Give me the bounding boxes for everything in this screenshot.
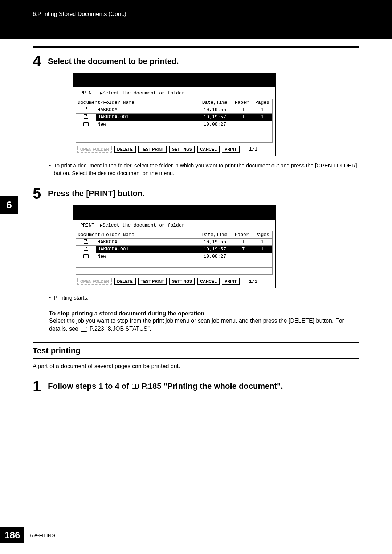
row-date: 10,08:27 xyxy=(198,253,232,260)
print-button[interactable]: PRINT xyxy=(222,146,240,153)
folder-icon xyxy=(76,253,96,260)
row-paper: LT xyxy=(232,106,252,114)
row-name: New xyxy=(96,253,198,260)
book-icon xyxy=(132,384,139,389)
row-date: 10,19:55 xyxy=(198,106,232,114)
row-pages xyxy=(252,135,272,143)
test-printing-title: Test printing xyxy=(33,346,359,355)
open-folder-button[interactable]: OPEN FOLDER xyxy=(77,278,112,285)
printer-screen: PRINT ▶Select the document or folder Doc… xyxy=(73,205,276,288)
row-date xyxy=(198,268,232,275)
table-row[interactable]: HAKKODA-00110,19:57LT1 xyxy=(76,114,273,121)
row-paper: LT xyxy=(232,239,252,246)
col-paper: Paper xyxy=(232,99,252,106)
open-folder-button[interactable]: OPEN FOLDER xyxy=(77,146,112,153)
row-pages xyxy=(252,268,272,275)
row-name xyxy=(96,135,198,143)
row-pages: 1 xyxy=(252,114,272,121)
step-number: 4 xyxy=(33,54,44,69)
row-name xyxy=(96,268,198,275)
document-icon xyxy=(76,106,96,114)
page-counter: 1/1 xyxy=(249,279,257,284)
table-row[interactable] xyxy=(76,268,273,275)
delete-button[interactable]: DELETE xyxy=(114,278,135,285)
divider xyxy=(33,358,359,359)
col-date: Date,Time xyxy=(198,231,232,239)
header-breadcrumb: 6.Printing Stored Documents (Cont.) xyxy=(0,0,392,39)
page-number: 186 xyxy=(0,527,24,543)
col-paper: Paper xyxy=(232,231,252,239)
stop-heading: To stop printing a stored document durin… xyxy=(49,310,359,317)
document-icon xyxy=(76,246,96,253)
row-name: HAKKODA xyxy=(96,239,198,246)
footer-label: 6.e-FILING xyxy=(30,533,55,538)
row-pages xyxy=(252,121,272,128)
table-row[interactable] xyxy=(76,135,273,143)
document-icon xyxy=(76,239,96,246)
test-print-button[interactable]: TEST PRINT xyxy=(138,278,167,285)
document-table: Document/Folder Name Date,Time Paper Pag… xyxy=(76,99,273,143)
empty-icon xyxy=(76,135,96,143)
row-paper xyxy=(232,135,252,143)
note-step4: • To print a document in the folder, sel… xyxy=(49,162,359,177)
step-number: 1 xyxy=(33,379,44,394)
divider xyxy=(33,46,359,48)
row-pages xyxy=(252,128,272,135)
document-table: Document/Folder Name Date,Time Paper Pag… xyxy=(76,231,273,275)
stop-text: Select the job you want to stop from the… xyxy=(49,317,359,333)
row-name: HAKKODA xyxy=(96,106,198,114)
button-row: OPEN FOLDER DELETE TEST PRINT SETTINGS C… xyxy=(73,143,275,156)
row-paper xyxy=(232,253,252,260)
col-pages: Pages xyxy=(252,99,272,106)
table-row[interactable]: HAKKODA10,19:55LT1 xyxy=(76,239,273,246)
settings-button[interactable]: SETTINGS xyxy=(169,146,195,153)
table-row[interactable]: HAKKODA-00110,19:57LT1 xyxy=(76,246,273,253)
chapter-tab: 6 xyxy=(0,196,18,214)
cancel-button[interactable]: CANCEL xyxy=(197,278,220,285)
row-name xyxy=(96,260,198,268)
step-4: 4 Select the document to be printed. xyxy=(33,54,359,69)
row-date: 10,19:57 xyxy=(198,114,232,121)
row-date xyxy=(198,135,232,143)
row-pages xyxy=(252,253,272,260)
step-5: 5 Press the [PRINT] button. xyxy=(33,186,359,201)
col-pages: Pages xyxy=(252,231,272,239)
step-number: 5 xyxy=(33,186,44,201)
screen-blackbar xyxy=(73,73,275,87)
empty-icon xyxy=(76,268,96,275)
row-paper xyxy=(232,268,252,275)
table-row[interactable]: New10,08:27 xyxy=(76,253,273,260)
print-button[interactable]: PRINT xyxy=(222,278,240,285)
note-printing-starts: • Printing starts. xyxy=(49,294,359,301)
table-row[interactable]: HAKKODA10,19:55LT1 xyxy=(76,106,273,114)
row-pages xyxy=(252,260,272,268)
screen-blackbar xyxy=(73,205,275,220)
footer: 186 6.e-FILING xyxy=(0,527,56,543)
row-date: 10,19:57 xyxy=(198,246,232,253)
step-1b: 1 Follow steps 1 to 4 of P.185 "Printing… xyxy=(33,379,359,394)
cancel-button[interactable]: CANCEL xyxy=(197,146,220,153)
col-date: Date,Time xyxy=(198,99,232,106)
divider xyxy=(33,342,359,343)
step-title: Select the document to be printed. xyxy=(48,57,179,66)
table-row[interactable]: New10,08:27 xyxy=(76,121,273,128)
delete-button[interactable]: DELETE xyxy=(114,146,135,153)
document-icon xyxy=(76,114,96,121)
settings-button[interactable]: SETTINGS xyxy=(169,278,195,285)
step-title: Press the [PRINT] button. xyxy=(48,189,144,198)
col-name: Document/Folder Name xyxy=(76,231,198,239)
book-icon xyxy=(81,327,87,332)
row-date xyxy=(198,128,232,135)
row-paper: LT xyxy=(232,114,252,121)
printer-screen: PRINT ▶Select the document or folder Doc… xyxy=(73,73,276,156)
row-name: New xyxy=(96,121,198,128)
row-date: 10,19:55 xyxy=(198,239,232,246)
row-date xyxy=(198,260,232,268)
table-row[interactable] xyxy=(76,260,273,268)
row-date: 10,08:27 xyxy=(198,121,232,128)
screen-prompt: PRINT ▶Select the document or folder xyxy=(73,220,275,231)
test-print-button[interactable]: TEST PRINT xyxy=(138,146,167,153)
table-row[interactable] xyxy=(76,128,273,135)
row-pages: 1 xyxy=(252,239,272,246)
row-paper xyxy=(232,121,252,128)
